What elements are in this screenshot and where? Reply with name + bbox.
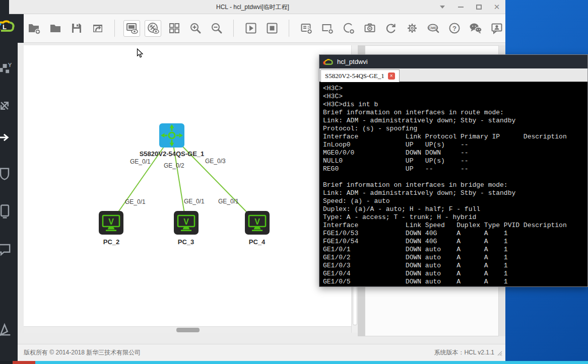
sidebar-item-firewall[interactable] [0,165,14,182]
new-topology-button[interactable] [26,20,42,37]
minimize-icon [458,7,464,8]
grid-arrange-button[interactable] [166,20,182,37]
terminal-window: hcl_ptdwvi S5820V2-54QS-GE_1× <H3C> <H3C… [319,54,588,287]
sidebar-item-note[interactable] [0,241,14,258]
svg-text:L: L [3,23,7,31]
device-PC_3[interactable]: V [174,211,199,235]
device-PC_4[interactable]: V [245,211,270,235]
pc-device-icon: V [245,211,270,235]
hcl-cloud-logo-icon: L [0,18,17,35]
zoom-out-button[interactable] [208,20,225,37]
settings-button[interactable] [404,20,420,37]
reset-button[interactable] [382,20,399,37]
toolbar-separator [233,20,234,37]
monitor-device-icon [0,203,13,220]
pc-device-icon: V [174,211,199,235]
canvas-h-scrollbar[interactable] [24,326,351,333]
add-ellipse-button[interactable] [340,20,357,37]
expand-arrow-icon [0,129,13,146]
feedback-button[interactable] [488,20,505,37]
diy-device-icon: Y [0,59,13,77]
curve-add-icon [342,22,355,35]
export-icon [91,22,104,35]
terminal-title: hcl_ptdwvi [337,58,368,65]
mouse-cursor [137,48,144,60]
router-icon [0,97,13,114]
screenshot-button[interactable] [361,20,378,37]
add-note-button[interactable] [298,20,314,37]
device-S5820V2-54QS-GE_1[interactable] [159,123,184,148]
zoom-in-icon [189,22,202,35]
device-PC_2[interactable]: V [99,211,123,235]
maximize-icon [476,5,482,10]
cli-command-button[interactable]: CMD [425,20,441,37]
resize-grip-icon[interactable] [496,350,502,356]
device-eye-icon [125,22,139,35]
toolbar-corner [18,14,24,43]
v-scrollbar-thumb[interactable] [353,281,357,325]
export-topology-button[interactable] [89,20,106,37]
grid-icon [168,22,181,35]
terminal-console[interactable]: <H3C> <H3C> <H3C>dis int b Brief informa… [319,82,587,286]
maximize-button[interactable] [475,4,482,11]
device-panel-view-button[interactable] [123,20,140,37]
stop-devices-button[interactable] [264,20,280,37]
sidebar-item-expand[interactable] [0,129,14,146]
play-icon [244,22,257,35]
device-label-PC_3: PC_3 [178,238,194,246]
svg-text:Y: Y [8,62,12,68]
h-scrollbar-thumb[interactable] [176,328,200,332]
sidebar-item-terminal[interactable] [0,203,14,220]
terminal-tab-S5820V2-54QS-GE_1[interactable]: S5820V2-54QS-GE_1× [320,69,400,82]
terminal-title-bar[interactable]: hcl_ptdwvi [319,55,587,68]
topology-canvas[interactable]: S5820V2-54QS-GE_1VPC_2VPC_3VPC_4GE_0/1GE… [24,45,351,326]
desktop-icon-sliver [13,361,35,364]
sidebar-item-capture[interactable] [0,321,14,338]
pin-menu-button[interactable] [439,4,446,11]
svg-text:V: V [108,217,114,226]
folder-new-icon [28,22,41,35]
version-label: 系统版本：HCL v2.1.1 [434,348,494,357]
firewall-icon [0,165,13,182]
help-icon: ? [448,22,461,35]
link-S5820V2-54QS-GE_1-to-PC_3[interactable] [172,135,186,223]
sidebar-item-router[interactable] [0,97,14,114]
speech-bubble-icon [0,241,13,258]
add-rectangle-button[interactable] [319,20,336,37]
hcl-logo: L [0,18,17,35]
link-S5820V2-54QS-GE_1-to-PC_4[interactable] [172,135,257,223]
help-button[interactable]: ? [446,20,463,37]
title-bar-corner [0,0,9,14]
topology-overview-button[interactable] [145,20,161,37]
save-topology-button[interactable] [68,20,85,37]
sidebar-item-diy[interactable]: Y [0,59,14,77]
open-topology-button[interactable] [47,20,63,37]
dropdown-arrow-icon [440,6,445,11]
port-label: GE_0/1 [125,198,146,205]
pc-device-icon: V [99,211,123,235]
hcl-cloud-logo-icon [323,58,334,66]
port-label: GE_0/2 [164,162,184,169]
toolbar-separator [114,20,115,37]
close-button[interactable]: ✕ [493,4,500,11]
device-label-PC_2: PC_2 [103,238,120,246]
port-label: GE_0/1 [218,198,239,205]
device-label-PC_4: PC_4 [249,238,266,246]
taskbar-edge [0,361,588,364]
note-add-icon [300,22,313,35]
window-title: HCL - hcl_ptdwvi[临时工程] [0,0,505,14]
tab-close-icon[interactable]: × [388,72,395,80]
zoom-out-icon [210,22,223,35]
port-label: GE_0/1 [184,198,205,205]
switch-device-icon [159,123,184,148]
device-sidebar: L Y [0,14,18,361]
minimize-button[interactable] [457,4,464,11]
zoom-in-button[interactable] [187,20,204,37]
wechat-button[interactable] [467,20,484,37]
toolbar: CMD? [18,14,505,43]
port-label: GE_0/1 [130,158,151,165]
wechat-icon [469,22,483,35]
link-S5820V2-54QS-GE_1-to-PC_2[interactable] [111,135,172,223]
terminal-tab-label: S5820V2-54QS-GE_1 [325,72,384,80]
start-devices-button[interactable] [242,20,259,37]
